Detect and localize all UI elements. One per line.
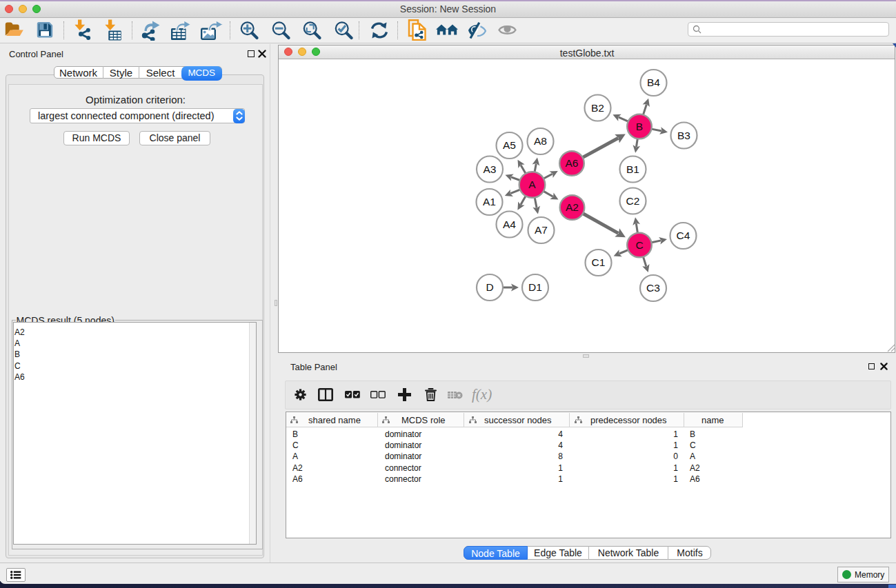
svg-text:B1: B1: [626, 163, 639, 175]
svg-text:A3: A3: [484, 163, 497, 175]
svg-text:B4: B4: [647, 77, 660, 88]
svg-text:C2: C2: [626, 195, 640, 207]
svg-text:B3: B3: [677, 130, 690, 141]
svg-text:A8: A8: [534, 135, 547, 147]
svg-text:A: A: [528, 179, 536, 190]
svg-text:A4: A4: [503, 219, 516, 230]
svg-text:A6: A6: [566, 157, 579, 169]
svg-text:D: D: [486, 281, 493, 293]
svg-text:C: C: [635, 239, 643, 251]
svg-text:B2: B2: [591, 102, 604, 114]
svg-text:A1: A1: [483, 196, 496, 207]
svg-text:B: B: [636, 121, 643, 132]
svg-text:A7: A7: [535, 224, 548, 236]
svg-text:C1: C1: [592, 256, 606, 268]
svg-text:C4: C4: [677, 230, 690, 241]
svg-text:C3: C3: [646, 282, 660, 294]
svg-text:A2: A2: [566, 201, 579, 213]
svg-text:D1: D1: [528, 281, 542, 293]
svg-text:A5: A5: [503, 139, 516, 151]
